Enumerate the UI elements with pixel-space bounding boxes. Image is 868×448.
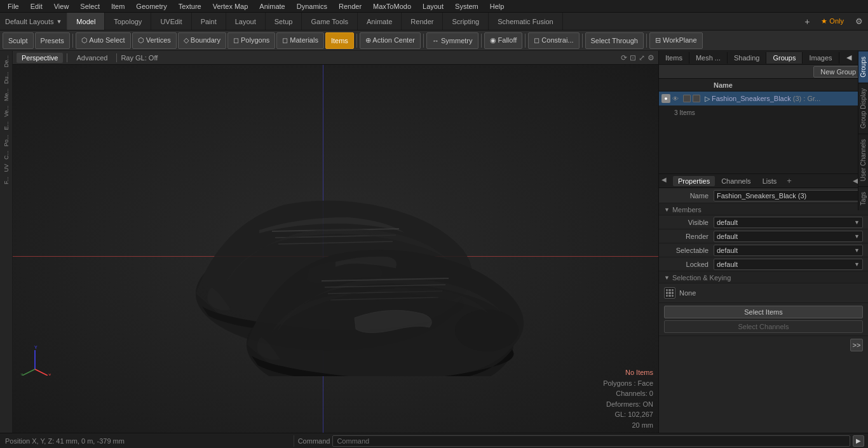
group-eye[interactable]: 👁	[672, 95, 681, 102]
sidebar-label-uv[interactable]: UV	[3, 162, 10, 174]
menu-item[interactable]: Item	[106, 1, 130, 11]
sculpt-button[interactable]: Sculpt	[3, 32, 34, 49]
menu-view[interactable]: View	[49, 1, 74, 11]
viewport-canvas[interactable]: Y X Z No Items Polygons : Face Channels:…	[13, 65, 658, 433]
prop-section-arrow[interactable]: ▼	[664, 207, 670, 213]
edge-tab-tags[interactable]: Tags	[858, 186, 868, 210]
prop-name-row: Name	[659, 188, 868, 203]
panel-tab-shading[interactable]: Shading	[728, 52, 766, 64]
command-execute-button[interactable]: ▶	[853, 435, 864, 447]
viewport-icon-settings[interactable]: ⚙	[648, 53, 654, 62]
vertices-button[interactable]: ⬡ Vertices	[132, 32, 177, 49]
tab-animate[interactable]: Animate	[358, 13, 402, 30]
menu-layout[interactable]: Layout	[417, 1, 449, 11]
sidebar-label-du[interactable]: Du...	[3, 70, 10, 86]
viewport-icon-fullscreen[interactable]: ⤢	[639, 53, 645, 62]
group-lock-sq[interactable]	[693, 95, 700, 102]
sidebar-label-f[interactable]: F...	[3, 175, 10, 186]
menu-animate[interactable]: Animate	[254, 1, 290, 11]
menu-help[interactable]: Help	[485, 1, 510, 11]
new-group-button[interactable]: New Group	[813, 66, 863, 78]
group-render-sq[interactable]	[683, 95, 691, 102]
auto-select-button[interactable]: ⬡ Auto Select	[76, 32, 131, 49]
prop-tab-lists[interactable]: Lists	[757, 176, 782, 186]
materials-button[interactable]: ◻ Materials	[276, 32, 324, 49]
select-channels-button[interactable]: Select Channels	[664, 320, 863, 333]
falloff-button[interactable]: ◉ Falloff	[484, 32, 523, 49]
symmetry-button[interactable]: ↔ Symmetry	[426, 32, 478, 49]
edge-tab-user-channels[interactable]: User Channels	[858, 133, 868, 186]
tab-layout[interactable]: Layout	[226, 13, 266, 30]
command-input[interactable]	[332, 435, 850, 447]
menu-geometry[interactable]: Geometry	[131, 1, 172, 11]
tab-scripting[interactable]: Scripting	[443, 13, 489, 30]
panel-tab-groups[interactable]: Groups	[766, 52, 803, 64]
viewport-tab-perspective[interactable]: Perspective	[17, 53, 63, 63]
tab-topology[interactable]: Topology	[105, 13, 151, 30]
layout-selector[interactable]: Default Layouts ▼	[0, 13, 67, 30]
sidebar-label-po[interactable]: Po...	[3, 133, 10, 149]
prop-icon-expand-left[interactable]: ◀	[853, 177, 858, 185]
svg-text:Y: Y	[34, 345, 37, 350]
star-only-button[interactable]: ★ Only	[815, 17, 850, 25]
tab-model[interactable]: Model	[67, 13, 105, 30]
menu-system[interactable]: System	[450, 1, 484, 11]
items-button[interactable]: Items	[325, 32, 354, 49]
viewport-icon-orbit[interactable]: ⟳	[621, 53, 627, 62]
menu-maxtomodo[interactable]: MaxToModo	[368, 1, 416, 11]
sidebar-label-e[interactable]: E...	[3, 119, 10, 132]
group-list[interactable]: ● 👁 ▷ Fashion_Sneakers_Black (3) : Gr...…	[659, 92, 868, 174]
menu-edit[interactable]: Edit	[25, 1, 48, 11]
prop-render-select[interactable]: default ▼	[714, 231, 863, 242]
group-row[interactable]: ● 👁 ▷ Fashion_Sneakers_Black (3) : Gr...	[659, 92, 868, 105]
tab-render[interactable]: Render	[402, 13, 443, 30]
prop-keying-row: None	[659, 283, 868, 303]
sidebar-label-ve[interactable]: Ve...	[3, 104, 10, 119]
prop-locked-row: Locked default ▼	[659, 257, 868, 271]
sidebar-label-c[interactable]: C...	[3, 149, 10, 161]
boundary-button[interactable]: ◇ Boundary	[178, 32, 226, 49]
layout-gear-button[interactable]: ⚙	[850, 17, 868, 26]
tab-paint[interactable]: Paint	[192, 13, 226, 30]
tab-uvedit[interactable]: UVEdit	[151, 13, 191, 30]
panel-tab-images[interactable]: Images	[803, 52, 839, 64]
panel-tab-items[interactable]: Items	[659, 52, 689, 64]
polygons-button[interactable]: ◻ Polygons	[227, 32, 275, 49]
prop-expand-button[interactable]: >>	[850, 339, 863, 351]
tab-setup[interactable]: Setup	[266, 13, 302, 30]
menu-vertex-map[interactable]: Vertex Map	[208, 1, 254, 11]
panel-tab-mesh[interactable]: Mesh ...	[689, 52, 728, 64]
menu-render[interactable]: Render	[334, 1, 367, 11]
sidebar-label-me[interactable]: Me...	[3, 86, 10, 103]
add-tab-button[interactable]: +	[799, 17, 815, 27]
prop-collapse[interactable]: ◀	[661, 176, 672, 186]
viewport-icon-fit[interactable]: ⊡	[630, 53, 636, 62]
prop-locked-select[interactable]: default ▼	[714, 259, 863, 270]
menu-select[interactable]: Select	[75, 1, 105, 11]
prop-name-input[interactable]	[714, 190, 863, 201]
tab-schematic[interactable]: Schematic Fusion	[489, 13, 562, 30]
menu-dynamics[interactable]: Dynamics	[292, 1, 332, 11]
panel-expand-left[interactable]: ◀	[843, 51, 855, 64]
action-center-button[interactable]: ⊕ Action Center	[360, 32, 421, 49]
menu-file[interactable]: File	[3, 1, 24, 11]
sidebar-label-de[interactable]: De...	[3, 53, 10, 69]
prop-tab-channels[interactable]: Channels	[716, 176, 756, 186]
prop-keying-arrow[interactable]: ▼	[664, 275, 670, 281]
select-items-button[interactable]: Select Items	[664, 306, 863, 318]
select-through-button[interactable]: Select Through	[585, 32, 644, 49]
prop-tab-properties[interactable]: Properties	[673, 176, 715, 186]
workplane-button[interactable]: ⊟ WorkPlane	[649, 32, 703, 49]
prop-selectable-select[interactable]: default ▼	[714, 245, 863, 256]
viewport-tab-advanced[interactable]: Advanced	[71, 53, 112, 63]
sneaker-visual	[119, 122, 552, 376]
menu-texture[interactable]: Texture	[173, 1, 207, 11]
edge-tab-groups[interactable]: Groups	[858, 51, 868, 83]
presets-button[interactable]: Presets	[35, 32, 70, 49]
edge-tab-group-display[interactable]: Group Display	[858, 83, 868, 133]
prop-visible-select[interactable]: default ▼	[714, 217, 863, 228]
constraints-button[interactable]: ◻ Constrai...	[528, 32, 579, 49]
prop-tab-plus[interactable]: +	[783, 175, 796, 187]
viewport[interactable]: Perspective Advanced Ray GL: Off ⟳ ⊡ ⤢ ⚙	[13, 51, 658, 433]
tab-gametools[interactable]: Game Tools	[302, 13, 358, 30]
